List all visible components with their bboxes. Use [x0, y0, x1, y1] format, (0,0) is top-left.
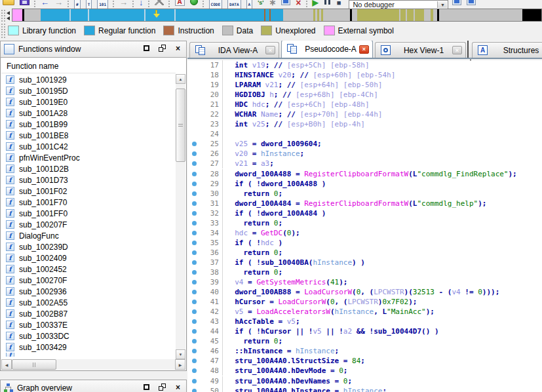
analyze-a-icon[interactable]: A — [175, 0, 185, 6]
code-line[interactable]: 36 return 0; — [187, 248, 542, 258]
function-list-item[interactable]: fsub_100337E — [1, 319, 176, 330]
code-line[interactable]: 32 if ( !dword_100A484 ) — [187, 208, 542, 218]
make-code-icon[interactable]: CODE — [209, 0, 222, 9]
code-line[interactable]: 37 if ( !sub_10040BA(hInstance) ) — [187, 258, 542, 267]
code-line[interactable]: 40 dword_100AB88 = LoadCursorW(0, (LPCWS… — [187, 287, 542, 297]
binary-view-icon[interactable]: 101 — [97, 0, 108, 9]
function-list-item[interactable]: fsub_10019E0 — [1, 96, 176, 108]
function-list-item[interactable]: fsub_1003429 — [1, 342, 176, 353]
float-button[interactable] — [158, 383, 166, 391]
code-line[interactable]: 45 return 0; — [187, 336, 542, 346]
function-list-item[interactable]: fsub_1001FF0 — [1, 208, 176, 219]
function-list-item[interactable]: fDialogFunc — [1, 230, 176, 241]
tab-close-icon[interactable]: × — [265, 46, 275, 54]
function-list-item[interactable]: fsub_1001D73 — [1, 174, 176, 186]
navband-left-arrow-icon[interactable] — [7, 16, 10, 20]
code-line[interactable]: 33 return 0; — [187, 218, 542, 228]
functions-horizontal-scrollbar[interactable]: ◀ ▶ — [1, 359, 185, 370]
function-list-item[interactable]: fsub_1001F02 — [1, 186, 176, 197]
code-line[interactable]: 41 hCursor = LoadCursorW(0, (LPCWSTR)0x7… — [187, 297, 542, 307]
scroll-left-button[interactable]: ◀ — [1, 359, 12, 370]
maximize-button[interactable] — [142, 44, 151, 52]
code-line[interactable]: 47 stru_100A4A0.lStructSize = 84; — [187, 356, 542, 366]
function-list-item[interactable]: fsub_1002936 — [1, 286, 176, 297]
function-list-item[interactable]: fsub_100207F — [1, 219, 176, 230]
code-line[interactable]: 34 hdc = GetDC(0); — [187, 228, 542, 238]
function-list-item[interactable]: fsub_1001929 — [1, 74, 176, 85]
scroll-down-button[interactable]: ▼ — [176, 349, 185, 359]
function-list-item[interactable]: fsub_1001F70 — [1, 197, 176, 208]
scroll-right-button[interactable]: ▶ — [175, 359, 185, 370]
function-list-item[interactable]: fsub_1001A28 — [1, 108, 176, 119]
struct-a-icon[interactable]: A — [246, 0, 253, 9]
hash-view-icon[interactable]: # — [74, 0, 81, 9]
scroll-up-button[interactable]: ▲ — [176, 74, 185, 84]
function-list-item[interactable]: fsub_10033DC — [1, 330, 176, 342]
tab-structures[interactable]: AStructures — [472, 42, 542, 58]
horizontal-scroll-thumb[interactable] — [12, 359, 56, 370]
code-line[interactable]: 38 return 0; — [187, 267, 542, 277]
code-line[interactable]: 20 HGDIOBJ h; // [esp+68h] [ebp-4Ch] — [187, 90, 542, 100]
function-list-item[interactable]: fsub_1002B87 — [1, 308, 176, 319]
tab-close-icon[interactable]: × — [359, 45, 369, 54]
debug-pause-icon[interactable] — [324, 0, 332, 5]
image-tool-icon[interactable] — [281, 0, 290, 5]
text-view-icon[interactable]: T — [86, 0, 92, 9]
tab-close-icon[interactable]: × — [452, 46, 462, 54]
function-list-item[interactable]: fsub_1001D2B — [1, 163, 176, 174]
functions-window-titlebar[interactable]: Functions window × — [0, 41, 187, 58]
jump-down-icon[interactable]: ↓ — [139, 0, 144, 9]
code-line[interactable]: 28 dword_100A488 = RegisterClipboardForm… — [187, 169, 542, 179]
code-line[interactable]: 50 stru_100A4A0.hInstance = hInstance; — [187, 386, 542, 392]
asterisk-icon[interactable]: ∗ — [269, 0, 276, 9]
jump-forward-icon[interactable]: → — [119, 0, 128, 9]
graph-overview-titlebar[interactable]: Graph overview × — [0, 380, 187, 392]
analysis-ok-icon[interactable] — [190, 0, 198, 5]
pseudocode-view[interactable]: 17 int v19; // [esp+5Ch] [ebp-58h]18 HIN… — [187, 60, 542, 392]
navigate-back-icon[interactable]: ← — [41, 0, 49, 9]
code-line[interactable]: 31 dword_100A484 = RegisterClipboardForm… — [187, 199, 542, 208]
code-line[interactable]: 23 int v25; // [esp+B0h] [ebp-4h] — [187, 119, 542, 129]
close-button[interactable]: × — [174, 44, 182, 52]
code-line[interactable]: 25 v25 = dword_1009604; — [187, 139, 542, 149]
debug-stop-icon[interactable]: ■ — [337, 0, 341, 9]
functions-vertical-scrollbar[interactable]: ▲ ▼ — [176, 74, 185, 359]
code-line[interactable]: 29 if ( !dword_100A488 ) — [187, 179, 542, 189]
make-data-icon[interactable]: DATA — [227, 0, 241, 9]
code-line[interactable]: 49 stru_100A4A0.hDevNames = 0; — [187, 376, 542, 386]
save-icon[interactable] — [20, 0, 29, 5]
function-list-item[interactable]: fsub_100270F — [1, 275, 176, 286]
code-line[interactable]: 35 if ( !hdc ) — [187, 238, 542, 248]
function-list-item[interactable]: fsub_1002A55 — [1, 297, 176, 308]
function-list-item[interactable]: fsub_1002409 — [1, 252, 176, 264]
code-line[interactable]: 19 LPARAM v21; // [esp+64h] [ebp-50h] — [187, 80, 542, 90]
code-line[interactable]: 22 WCHAR Name; // [esp+70h] [ebp-44h] — [187, 109, 542, 119]
code-line[interactable]: 27 v21 = a3; — [187, 159, 542, 168]
function-list-item[interactable]: fsub_100195D — [1, 85, 176, 96]
maximize-button[interactable] — [142, 383, 151, 391]
function-list-item[interactable]: fsub_1001B99 — [1, 119, 176, 130]
tab-pseudocode-a[interactable]: Pseudocode-A× — [281, 41, 373, 58]
vertical-scroll-thumb[interactable] — [176, 88, 185, 162]
function-name-column-header[interactable]: Function name — [1, 59, 176, 73]
code-line[interactable]: 44 if ( !hCursor || !v5 || !a2 && !sub_1… — [187, 326, 542, 336]
code-line[interactable]: 30 return 0; — [187, 189, 542, 199]
code-line[interactable]: 43 hAccTable = v5; — [187, 317, 542, 326]
code-line[interactable]: 48 stru_100A4A0.hDevMode = 0; — [187, 366, 542, 376]
float-button[interactable] — [158, 44, 166, 52]
tab-hex-view-1[interactable]: Hex View-1× — [375, 42, 466, 58]
toolbar-grip[interactable] — [1, 9, 5, 22]
navband-scroll-arrows[interactable] — [6, 10, 12, 21]
debugger-select[interactable]: No debugger▼ — [349, 0, 448, 9]
code-line[interactable]: 18 HINSTANCE v20; // [esp+60h] [ebp-54h] — [187, 70, 542, 80]
function-list-item[interactable]: fsub_1001BE8 — [1, 130, 176, 141]
navigate-forward-icon[interactable]: → — [54, 0, 63, 9]
close-button[interactable]: × — [174, 383, 182, 391]
function-list-item[interactable]: fsub_100239D — [1, 241, 176, 252]
window-tool-icon[interactable] — [467, 0, 476, 5]
code-line[interactable]: 17 int v19; // [esp+5Ch] [ebp-58h] — [187, 60, 542, 70]
code-line[interactable]: 24 — [187, 129, 542, 139]
open-file-icon[interactable] — [3, 0, 14, 5]
code-line[interactable]: 21 HDC hdc; // [esp+6Ch] [ebp-48h] — [187, 100, 542, 109]
tab-ida-view-a[interactable]: IDA View-A× — [189, 42, 279, 58]
